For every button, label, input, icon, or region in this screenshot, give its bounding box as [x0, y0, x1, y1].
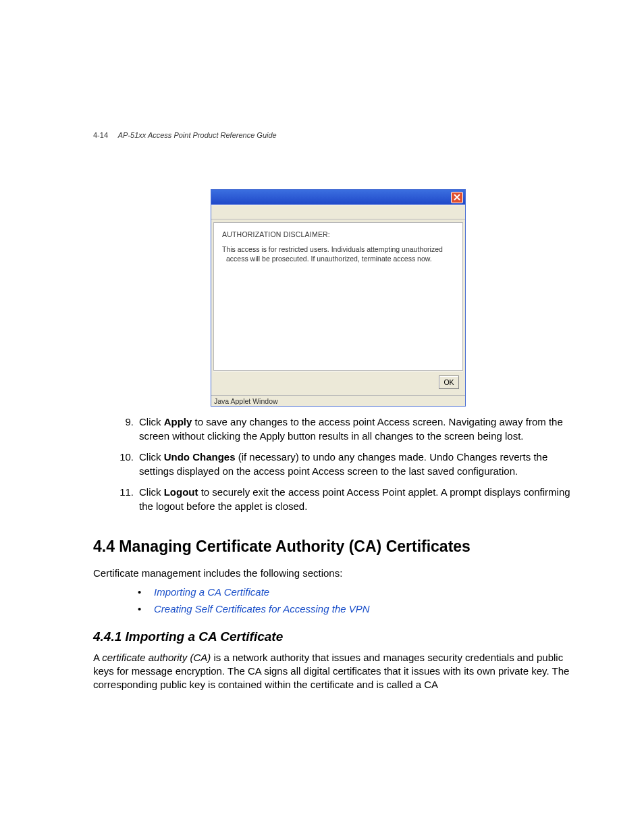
link-list: Importing a CA Certificate Creating Self…	[138, 585, 583, 616]
list-item: 10. Click Undo Changes (if necessary) to…	[119, 450, 583, 478]
logout-label: Logout	[164, 486, 198, 498]
dialog-toolbar	[211, 205, 465, 219]
authorization-dialog: AUTHORIZATION DISCLAIMER: This access is…	[211, 189, 466, 407]
step-number: 9.	[119, 415, 139, 443]
disclaimer-title: AUTHORIZATION DISCLAIMER:	[222, 230, 454, 239]
dialog-figure: AUTHORIZATION DISCLAIMER: This access is…	[93, 189, 583, 407]
certificate-authority-term: certificate authority (CA)	[102, 652, 211, 663]
apply-label: Apply	[164, 416, 192, 427]
step-text: Click Undo Changes (if necessary) to und…	[139, 450, 583, 478]
dialog-body: AUTHORIZATION DISCLAIMER: This access is…	[213, 222, 463, 371]
link-import-ca[interactable]: Importing a CA Certificate	[154, 586, 269, 598]
step-number: 10.	[119, 450, 139, 478]
subsection-heading: 4.4.1 Importing a CA Certificate	[93, 628, 583, 646]
disclaimer-line1: This access is for restricted users. Ind…	[222, 245, 443, 253]
list-item: 9. Click Apply to save any changes to th…	[119, 415, 583, 443]
section-intro: Certificate management includes the foll…	[93, 567, 583, 580]
step-text: Click Apply to save any changes to the a…	[139, 415, 583, 443]
dialog-titlebar	[211, 190, 465, 205]
page-number: 4-14	[93, 131, 108, 139]
close-button[interactable]	[451, 192, 463, 203]
step-text: Click Logout to securely exit the access…	[139, 485, 583, 513]
ok-button[interactable]: OK	[439, 375, 459, 389]
subsection-paragraph: A certificate authority (CA) is a networ…	[93, 651, 583, 692]
guide-title: AP-51xx Access Point Product Reference G…	[118, 131, 277, 139]
dialog-status: Java Applet Window	[211, 395, 465, 406]
step-number: 11.	[119, 485, 139, 513]
list-item: Creating Self Certificates for Accessing…	[138, 602, 583, 616]
undo-changes-label: Undo Changes	[164, 451, 236, 463]
disclaimer-text: This access is for restricted users. Ind…	[222, 244, 454, 263]
list-item: Importing a CA Certificate	[138, 585, 583, 599]
close-icon	[454, 194, 460, 201]
disclaimer-line2: access will be prosecuted. If unauthoriz…	[222, 254, 454, 263]
section-heading: 4.4 Managing Certificate Authority (CA) …	[93, 536, 583, 557]
link-create-self-cert[interactable]: Creating Self Certificates for Accessing…	[154, 603, 370, 615]
step-list: 9. Click Apply to save any changes to th…	[119, 415, 583, 513]
ok-label: OK	[444, 377, 454, 387]
page-header: 4-14 AP-51xx Access Point Product Refere…	[93, 130, 277, 140]
dialog-button-row: OK	[213, 371, 463, 393]
list-item: 11. Click Logout to securely exit the ac…	[119, 485, 583, 513]
